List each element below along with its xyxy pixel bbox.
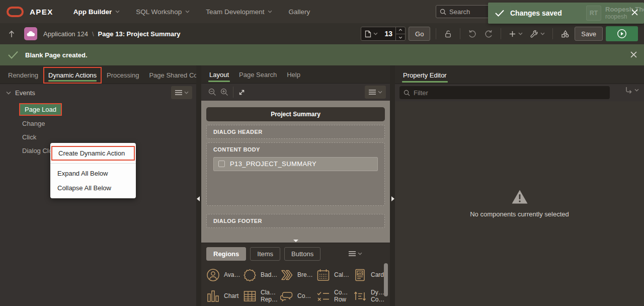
gallery-scrollbar [384, 263, 388, 306]
page-number[interactable]: 13 [381, 30, 395, 38]
gallery-item-comments[interactable]: Co… [280, 286, 316, 306]
tree-item-page-load[interactable]: Page Load [20, 104, 61, 115]
gallery-item-badge[interactable]: Bad… [243, 265, 280, 285]
menu-item-expand-all-below[interactable]: Expand All Below [50, 166, 136, 181]
layout-canvas: Project Summary DIALOG HEADER CONTENT BO… [201, 101, 390, 243]
nav-app-builder[interactable]: App Builder [67, 4, 126, 20]
nav-gallery[interactable]: Gallery [282, 4, 316, 20]
gallery-menu-button[interactable] [345, 247, 366, 260]
go-button[interactable]: Go [409, 27, 430, 41]
zoom-out-icon[interactable] [206, 86, 218, 98]
chevron-down-icon [540, 32, 545, 35]
search-icon [404, 90, 410, 96]
region-content-body[interactable]: CONTENT BODY P13_PROJECT_SUMMARY [206, 142, 385, 206]
lock-unlocked-icon[interactable] [442, 28, 454, 40]
close-icon[interactable] [631, 9, 638, 16]
tree-toolbar: Events [0, 84, 196, 101]
gallery-item-classic-report[interactable]: Cla…Rep… [243, 286, 280, 306]
close-icon[interactable] [630, 51, 637, 58]
right-tabbar: Property Editor [395, 65, 644, 84]
gallery-tab-buttons[interactable]: Buttons [284, 247, 320, 261]
gallery-tab-regions[interactable]: Regions [206, 247, 246, 261]
tab-page-search[interactable]: Page Search [234, 66, 282, 83]
breadcrumb-separator: \ [92, 30, 94, 38]
right-splitter[interactable] [390, 65, 395, 306]
collapse-left-icon[interactable] [197, 196, 200, 201]
tab-layout[interactable]: Layout [204, 66, 234, 83]
chevron-down-icon [184, 91, 189, 94]
menu-item-collapse-all-below[interactable]: Collapse All Below [50, 181, 136, 195]
tree-menu-button[interactable] [171, 86, 192, 99]
menu-icon [369, 90, 376, 95]
zoom-in-icon[interactable] [218, 86, 230, 98]
wrench-icon [530, 30, 538, 38]
gallery-tabs: Regions Items Buttons [201, 243, 390, 261]
center-tabbar: Layout Page Search Help [201, 65, 390, 84]
tree-item-click[interactable]: Click [0, 131, 196, 143]
collapse-gallery-icon[interactable] [293, 240, 298, 242]
dialog-title-region[interactable]: Project Summary [206, 107, 385, 121]
banner-message: Blank Page created. [25, 51, 88, 59]
page-picker-button[interactable] [361, 30, 381, 38]
play-icon [617, 29, 627, 39]
breadcrumb-icon [280, 268, 293, 282]
gallery-item-breadcrumb[interactable]: Bre… [280, 265, 316, 285]
page-icon [365, 30, 371, 38]
filter-input[interactable] [414, 89, 585, 97]
brand-apex: APEX [30, 8, 53, 16]
shared-components-icon[interactable] [558, 28, 572, 40]
tab-property-editor[interactable]: Property Editor [398, 67, 452, 84]
region-dialog-header[interactable]: DIALOG HEADER [206, 125, 385, 139]
tab-help[interactable]: Help [282, 66, 305, 83]
chevron-down-icon[interactable] [6, 91, 11, 95]
gallery-item-calendar[interactable]: Cal… [316, 265, 353, 285]
left-splitter[interactable] [196, 65, 201, 306]
up-arrow-icon[interactable] [6, 28, 17, 40]
layout-menu-button[interactable] [365, 86, 386, 99]
layout-toolbar [201, 84, 390, 100]
gallery-tab-items[interactable]: Items [250, 247, 280, 261]
redo-icon[interactable] [482, 28, 495, 40]
success-banner: Blank Page created. [0, 44, 644, 65]
calendar-icon [316, 268, 330, 282]
gallery-item-column-toggle-row[interactable]: Co…Row [316, 286, 353, 306]
goto-group-button[interactable] [625, 87, 639, 94]
utilities-menu-button[interactable] [528, 28, 547, 40]
save-button[interactable]: Save [575, 27, 603, 41]
region-dialog-footer[interactable]: DIALOG FOOTER [206, 214, 385, 228]
page-toolbar: Application 124 \ Page 13: Project Summa… [0, 23, 644, 44]
run-button[interactable] [606, 26, 638, 41]
nav-sql-workshop[interactable]: SQL Workshop [130, 4, 196, 20]
nav-team-development[interactable]: Team Development [200, 4, 278, 20]
tab-rendering[interactable]: Rendering [3, 67, 43, 84]
empty-message: No components currently selected [470, 210, 569, 218]
expand-icon[interactable] [236, 87, 248, 98]
page-item-p13-project-summary[interactable]: P13_PROJECT_SUMMARY [213, 157, 378, 171]
collapse-right-icon[interactable] [391, 196, 394, 201]
page-down-button[interactable] [396, 34, 405, 41]
breadcrumb-app[interactable]: Application 124 [43, 30, 88, 38]
property-editor-panel: Property Editor No components currently … [395, 65, 644, 306]
tab-processing[interactable]: Processing [102, 67, 144, 84]
gallery-item-chart[interactable]: Chart [206, 286, 243, 306]
page-selector: 13 [361, 27, 406, 41]
classic-report-icon [243, 289, 257, 303]
tree-item-change[interactable]: Change [0, 118, 196, 129]
user-name: Roopesh Thokala roopesh [605, 6, 644, 21]
scrollbar-thumb[interactable] [384, 263, 388, 296]
undo-icon[interactable] [466, 28, 479, 40]
chevron-down-icon [358, 252, 362, 255]
gallery-item-avatar[interactable]: Ava… [206, 265, 243, 285]
menu-item-create-dynamic-action[interactable]: Create Dynamic Action [51, 146, 135, 161]
tab-dynamic-actions[interactable]: Dynamic Actions [43, 67, 102, 84]
avatar: RT [586, 6, 601, 21]
chevron-down-icon [268, 10, 272, 13]
chevron-down-icon [373, 32, 378, 35]
page-up-button[interactable] [396, 27, 405, 34]
app-icon[interactable] [24, 27, 37, 40]
oracle-logo-icon [7, 7, 24, 17]
component-gallery: Regions Items Buttons Ava… Bad… [201, 243, 390, 306]
create-menu-button[interactable] [507, 28, 525, 40]
toolbar-actions: 13 Go [361, 23, 644, 44]
chevron-down-icon [378, 91, 382, 94]
